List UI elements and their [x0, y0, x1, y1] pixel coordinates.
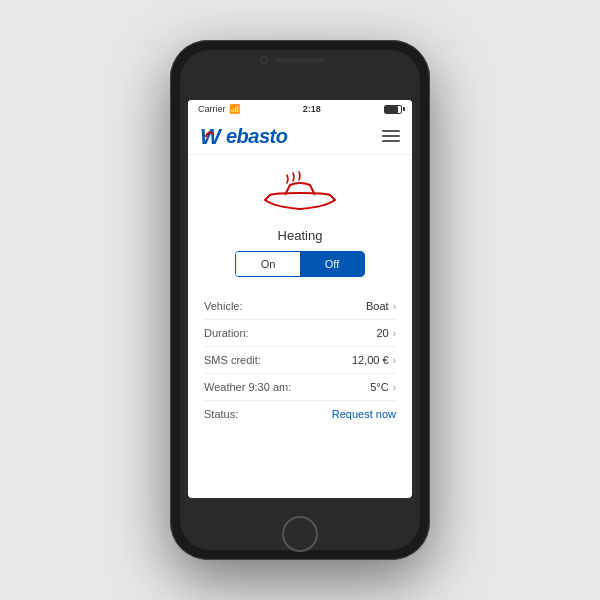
toggle-on-button[interactable]: On: [236, 252, 300, 276]
status-value-wrap: Request now: [332, 408, 396, 420]
weather-value: 5°C: [370, 381, 388, 393]
status-time: 2:18: [303, 104, 321, 114]
wifi-icon: 📶: [229, 104, 240, 114]
speaker: [275, 58, 325, 63]
battery-fill: [385, 106, 398, 113]
on-off-toggle[interactable]: On Off: [235, 251, 365, 277]
vehicle-chevron: ›: [393, 301, 396, 312]
toggle-off-button[interactable]: Off: [300, 252, 364, 276]
duration-chevron: ›: [393, 328, 396, 339]
svg-text:W: W: [200, 124, 223, 148]
info-list: Vehicle: Boat › Duration: 20 ›: [204, 293, 396, 427]
app-header: W ebasto: [188, 118, 412, 155]
heating-title: Heating: [278, 228, 323, 243]
phone-inner: Carrier 📶 2:18 W eba: [180, 50, 420, 550]
status-value-link[interactable]: Request now: [332, 408, 396, 420]
status-label: Status:: [204, 408, 238, 420]
hamburger-line-3: [382, 140, 400, 142]
boat-icon: [255, 165, 345, 224]
status-row[interactable]: Status: Request now: [204, 401, 396, 427]
sms-credit-value: 12,00 €: [352, 354, 389, 366]
vehicle-label: Vehicle:: [204, 300, 243, 312]
vehicle-value-wrap: Boat ›: [366, 300, 396, 312]
weather-row[interactable]: Weather 9:30 am: 5°C ›: [204, 374, 396, 401]
vehicle-value: Boat: [366, 300, 389, 312]
hamburger-menu[interactable]: [382, 130, 400, 142]
duration-value-wrap: 20 ›: [376, 327, 396, 339]
status-bar: Carrier 📶 2:18: [188, 100, 412, 118]
main-content: Heating On Off Vehicle: Boat ›: [188, 155, 412, 498]
hamburger-line-1: [382, 130, 400, 132]
boat-svg: [255, 165, 345, 220]
weather-label: Weather 9:30 am:: [204, 381, 291, 393]
sms-credit-chevron: ›: [393, 355, 396, 366]
weather-chevron: ›: [393, 382, 396, 393]
carrier-text: Carrier: [198, 104, 226, 114]
sms-credit-label: SMS credit:: [204, 354, 261, 366]
vehicle-row[interactable]: Vehicle: Boat ›: [204, 293, 396, 320]
duration-row[interactable]: Duration: 20 ›: [204, 320, 396, 347]
duration-label: Duration:: [204, 327, 249, 339]
duration-value: 20: [376, 327, 388, 339]
home-button[interactable]: [282, 516, 318, 552]
battery-icon: [384, 105, 402, 114]
logo-w-svg: W: [200, 124, 226, 148]
heating-section: Heating On Off: [204, 165, 396, 281]
sms-credit-value-wrap: 12,00 € ›: [352, 354, 396, 366]
screen: Carrier 📶 2:18 W eba: [188, 100, 412, 498]
logo-text: ebasto: [226, 125, 287, 148]
phone-frame: Carrier 📶 2:18 W eba: [170, 40, 430, 560]
weather-value-wrap: 5°C ›: [370, 381, 396, 393]
sms-credit-row[interactable]: SMS credit: 12,00 € ›: [204, 347, 396, 374]
camera: [260, 56, 268, 64]
webasto-logo: W ebasto: [200, 124, 287, 148]
status-right: [384, 105, 402, 114]
hamburger-line-2: [382, 135, 400, 137]
status-left: Carrier 📶: [198, 104, 240, 114]
